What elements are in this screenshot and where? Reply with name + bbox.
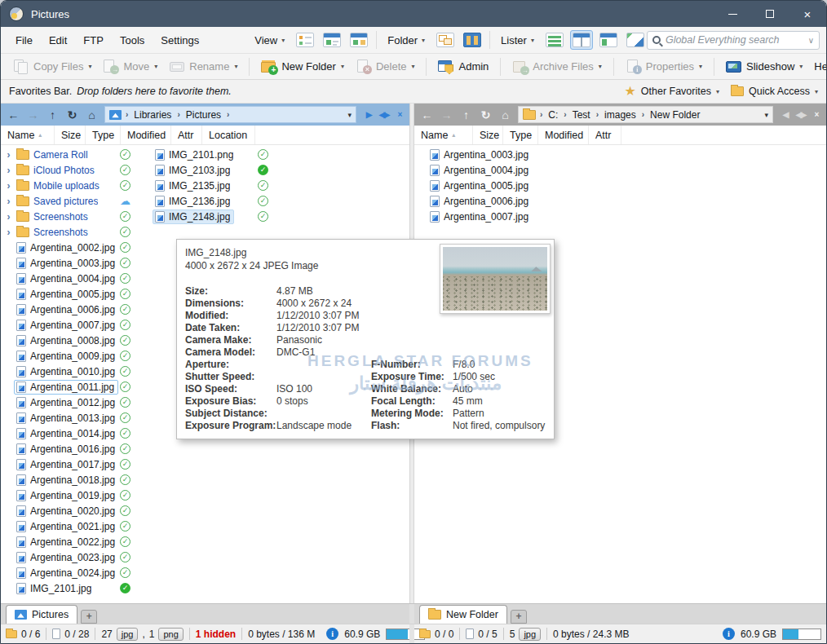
tree-file-row[interactable]: Argentina_0006.jpg✓ (1, 302, 149, 317)
info-icon[interactable]: i (723, 628, 735, 640)
tree-folder-row[interactable]: ›Camera Roll✓ (1, 147, 149, 162)
breadcrumb-item[interactable]: New Folder (648, 109, 701, 121)
tree-file-row[interactable]: Argentina_0017.jpg✓ (1, 457, 149, 472)
lister-menu[interactable]: Lister▾ (496, 32, 539, 49)
file-row[interactable]: Argentina_0007.jpg (414, 209, 826, 224)
close-pane-icon[interactable]: × (392, 110, 406, 119)
lister-dual-horizontal-icon-button[interactable] (597, 30, 620, 50)
file-row[interactable]: IMG_2101.png✓ (150, 147, 276, 162)
back-button[interactable]: ← (4, 108, 23, 121)
tab-new-folder[interactable]: New Folder (419, 605, 507, 624)
tree-file-row[interactable]: Argentina_0019.jpg✓ (1, 487, 149, 503)
properties-button[interactable]: Properties▾ (620, 56, 708, 77)
column-header-size[interactable]: Size (55, 126, 86, 144)
tree-folder-row[interactable]: ›Screenshots✓ (1, 224, 149, 240)
tree-file-row[interactable]: Argentina_0003.jpg✓ (1, 255, 149, 271)
column-header-size[interactable]: Size (473, 126, 503, 144)
lister-single-icon-button[interactable] (543, 30, 566, 50)
close-button[interactable]: × (789, 1, 826, 27)
tree-folder-row[interactable]: ›Mobile uploads✓ (1, 178, 149, 193)
info-icon[interactable]: i (326, 628, 338, 640)
up-button[interactable]: ↑ (43, 108, 62, 121)
tree-file-row[interactable]: Argentina_0004.jpg✓ (1, 271, 149, 286)
dropdown-arrow-icon[interactable]: ▾ (234, 63, 237, 70)
file-row[interactable]: IMG_2148.jpg✓ (150, 209, 276, 224)
view-list-icon-button[interactable] (321, 30, 343, 50)
format-lock-icon[interactable]: ▶ (361, 110, 375, 119)
move-button[interactable]: Move▾ (97, 56, 163, 77)
dropdown-arrow-icon[interactable]: ▾ (154, 63, 157, 70)
menu-tools[interactable]: Tools (112, 30, 153, 51)
search-dropdown-icon[interactable]: ∨ (808, 36, 814, 45)
new-tab-button[interactable]: + (81, 610, 97, 624)
column-header-type[interactable]: Type (86, 126, 121, 144)
back-button[interactable]: ← (418, 108, 436, 121)
breadcrumb-item[interactable]: C: (546, 109, 559, 121)
tree-file-row[interactable]: Argentina_0013.jpg✓ (1, 410, 149, 426)
swap-panes-icon[interactable]: ◀▶ (794, 110, 807, 119)
search-input[interactable] (666, 34, 803, 46)
column-header-attr[interactable]: Attr (589, 126, 621, 144)
menu-settings[interactable]: Settings (153, 30, 207, 51)
breadcrumb-dropdown-icon[interactable]: ▾ (764, 111, 768, 119)
column-header-location[interactable]: Location (202, 126, 255, 144)
file-row[interactable]: Argentina_0005.jpg (414, 178, 826, 193)
maximize-button[interactable] (751, 1, 789, 27)
column-header-modified[interactable]: Modified (538, 126, 589, 144)
expand-arrow-icon[interactable]: › (3, 180, 14, 192)
refresh-button[interactable]: ↻ (476, 108, 495, 121)
view-thumbnails-icon-button[interactable] (347, 30, 370, 50)
breadcrumb-dropdown-icon[interactable]: ▾ (347, 111, 352, 119)
tree-file-row[interactable]: Argentina_0005.jpg✓ (1, 286, 149, 302)
close-pane-icon[interactable]: × (809, 110, 823, 119)
column-header-type[interactable]: Type (503, 126, 538, 144)
tree-file-row[interactable]: Argentina_0007.jpg✓ (1, 317, 149, 333)
home-button[interactable]: ⌂ (82, 108, 101, 121)
dropdown-arrow-icon[interactable]: ▾ (699, 63, 702, 70)
tree-file-row[interactable]: Argentina_0008.jpg✓ (1, 333, 149, 348)
type-ext-badge[interactable]: jpg (519, 628, 541, 641)
tree-file-row[interactable]: Argentina_0022.jpg✓ (1, 534, 149, 549)
tree-folder-row[interactable]: ›Screenshots✓ (1, 209, 149, 224)
file-row[interactable]: IMG_2136.jpg✓ (150, 193, 276, 209)
file-row[interactable]: Argentina_0004.jpg (414, 162, 826, 178)
dropdown-arrow-icon[interactable]: ▾ (88, 63, 91, 70)
folder-tree-icon-button[interactable] (434, 30, 457, 50)
admin-button[interactable]: Admin (432, 56, 494, 77)
tree-folder-row[interactable]: ›iCloud Photos✓ (1, 162, 149, 178)
tree-file-row[interactable]: Argentina_0010.jpg✓ (1, 364, 149, 379)
tree-file-row[interactable]: Argentina_0012.jpg✓ (1, 395, 149, 410)
format-lock-icon[interactable]: ◀ (778, 110, 792, 119)
breadcrumb-item[interactable]: Test (571, 109, 592, 121)
new-folder-button[interactable]: New Folder▾ (255, 56, 349, 77)
quick-access-button[interactable]: Quick Access ▾ (731, 86, 818, 97)
tree-file-row[interactable]: Argentina_0002.jpg✓ (1, 240, 149, 255)
delete-button[interactable]: Delete▾ (350, 56, 421, 77)
lister-viewer-icon-button[interactable] (624, 30, 647, 50)
other-favorites-button[interactable]: ★ Other Favorites ▾ (624, 85, 719, 98)
expand-arrow-icon[interactable]: › (3, 227, 14, 238)
menu-file[interactable]: File (7, 30, 41, 51)
view-menu[interactable]: View▾ (250, 32, 290, 49)
file-row[interactable]: Argentina_0003.jpg (414, 147, 826, 162)
forward-button[interactable]: → (437, 108, 456, 121)
expand-arrow-icon[interactable]: › (3, 211, 14, 223)
swap-panes-icon[interactable]: ◀▶ (377, 110, 391, 119)
expand-arrow-icon[interactable]: › (3, 196, 14, 207)
tree-file-row[interactable]: Argentina_0016.jpg✓ (1, 441, 149, 457)
folder-dual-icon-button[interactable] (461, 30, 484, 50)
tab-pictures[interactable]: Pictures (6, 605, 77, 624)
slideshow-button[interactable]: Slideshow▾ (720, 56, 808, 77)
expand-arrow-icon[interactable]: › (3, 165, 14, 176)
tree-file-row[interactable]: Argentina_0020.jpg✓ (1, 503, 149, 518)
file-row[interactable]: Argentina_0006.jpg (414, 193, 826, 209)
breadcrumb-item[interactable]: Pictures (184, 109, 223, 121)
help-button[interactable]: Help?▾ (808, 56, 827, 77)
tree-folder-row[interactable]: ›Saved pictures☁ (1, 193, 149, 209)
home-button[interactable]: ⌂ (496, 108, 515, 121)
column-header-name[interactable]: Name▴ (414, 126, 473, 144)
breadcrumb-item[interactable]: Libraries (132, 109, 173, 121)
menu-ftp[interactable]: FTP (75, 30, 112, 51)
column-header-name[interactable]: Name▴ (1, 126, 55, 144)
view-details-icon-button[interactable] (294, 30, 316, 50)
